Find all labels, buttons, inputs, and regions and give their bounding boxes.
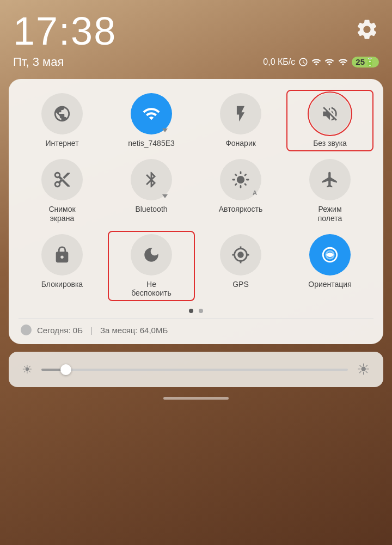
alarm-icon [298, 57, 308, 67]
date: Пт, 3 мая [13, 55, 64, 69]
qs-item-flashlight[interactable]: Фонарик [197, 90, 284, 151]
qs-label-internet: Интернет [45, 139, 78, 148]
qs-circle-airplane [309, 159, 351, 200]
qs-item-orientation[interactable]: Ориентация [286, 231, 373, 302]
wifi-arrow [162, 128, 168, 132]
qs-label-flashlight: Фонарик [225, 139, 256, 148]
status-bar: 17:38 Пт, 3 мая 0,0 КБ/с 25🔋 [0, 0, 392, 69]
qs-circle-orientation [309, 234, 351, 275]
qs-label-bluetooth: Bluetooth [135, 205, 167, 214]
qs-circle-lock [41, 234, 83, 275]
qs-label-autobrightness: Автояркость [219, 205, 263, 214]
qs-circle-autobrightness: A [220, 159, 261, 200]
wifi-status-icon [338, 57, 348, 67]
brightness-control[interactable]: ☀ ☀ [9, 352, 383, 387]
pagination [19, 309, 373, 313]
signal2-icon [324, 57, 334, 67]
bluetooth-arrow [162, 194, 168, 198]
status-icons: 0,0 КБ/с 25🔋 [263, 57, 379, 68]
qs-label-dnd: Не беспокоить [127, 280, 176, 298]
pagination-dot-1[interactable] [189, 309, 193, 313]
qs-item-screenshot[interactable]: Снимок экрана [19, 156, 106, 226]
qs-item-dnd[interactable]: Не беспокоить [108, 231, 195, 302]
qs-item-lock[interactable]: Блокировка [19, 231, 106, 302]
divider [19, 319, 373, 319]
data-speed: 0,0 КБ/с [263, 57, 295, 67]
qs-circle-internet [41, 93, 83, 134]
qs-item-gps[interactable]: GPS [197, 231, 284, 302]
qs-label-lock: Блокировка [41, 280, 83, 289]
data-separator: | [90, 326, 93, 335]
brightness-track[interactable] [41, 369, 348, 371]
qs-label-gps: GPS [232, 280, 249, 289]
qs-item-autobrightness[interactable]: A Автояркость [197, 156, 284, 226]
qs-circle-wifi [131, 93, 172, 134]
home-bar[interactable] [163, 397, 229, 400]
qs-item-wifi[interactable]: netis_7485E3 [108, 90, 195, 151]
qs-circle-gps [220, 234, 261, 275]
qs-item-silent[interactable]: Без звука [286, 90, 373, 151]
brightness-low-icon: ☀ [22, 363, 33, 377]
battery-badge: 25🔋 [352, 57, 379, 68]
qs-label-orientation: Ориентация [308, 280, 351, 289]
qs-circle-bluetooth [131, 159, 172, 200]
brightness-high-icon: ☀ [357, 360, 370, 378]
data-month: За месяц: 64,0МБ [100, 326, 168, 335]
quick-settings-grid: Интернет netis_7485E3 Фонарик Без звука [19, 90, 373, 301]
qs-item-internet[interactable]: Интернет [19, 90, 106, 151]
data-usage: Сегодня: 0Б | За месяц: 64,0МБ [19, 324, 373, 335]
data-icon [21, 324, 32, 335]
settings-icon[interactable] [355, 17, 379, 41]
qs-circle-dnd [131, 234, 172, 275]
data-today: Сегодня: 0Б [37, 326, 83, 335]
qs-circle-silent [309, 93, 351, 134]
qs-item-airplane[interactable]: Режим полета [286, 156, 373, 226]
qs-label-airplane: Режим полета [305, 205, 354, 223]
quick-settings-panel: Интернет netis_7485E3 Фонарик Без звука [9, 79, 383, 344]
qs-item-bluetooth[interactable]: Bluetooth [108, 156, 195, 226]
qs-label-screenshot: Снимок экрана [38, 205, 87, 223]
qs-label-wifi: netis_7485E3 [128, 139, 175, 148]
qs-label-silent: Без звука [313, 139, 347, 148]
signal1-icon [311, 57, 321, 67]
qs-circle-screenshot [41, 159, 83, 200]
brightness-thumb[interactable] [60, 364, 71, 375]
qs-circle-flashlight [220, 93, 261, 134]
pagination-dot-2[interactable] [199, 309, 203, 313]
clock: 17:38 [13, 10, 117, 53]
